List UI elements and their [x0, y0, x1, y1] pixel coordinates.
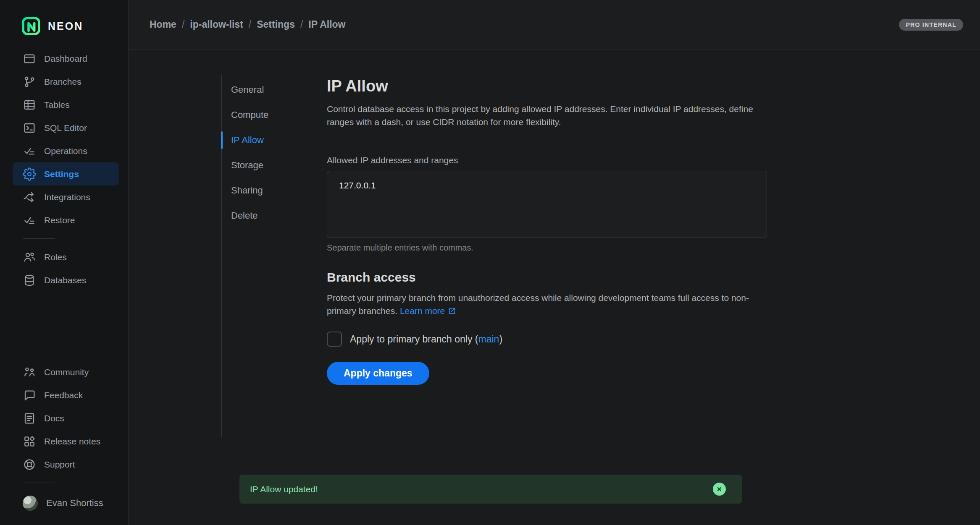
- ip-field-label: Allowed IP addresses and ranges: [327, 155, 767, 165]
- sidebar-item-restore[interactable]: Restore: [13, 209, 119, 232]
- main-area: Home/ip-allow-list/Settings/IP Allow PRO…: [129, 0, 980, 525]
- integrations-icon: [23, 191, 36, 204]
- neon-logo-icon: [21, 16, 41, 36]
- sidebar-item-label: Tables: [44, 100, 70, 110]
- checkbox-label-prefix: Apply to primary branch only (: [350, 334, 478, 345]
- page-title: IP Allow: [327, 76, 767, 96]
- sidebar-item-community[interactable]: Community: [13, 360, 119, 384]
- breadcrumb-item-settings[interactable]: Settings: [257, 19, 295, 30]
- release-notes-icon: [23, 435, 36, 448]
- sidebar-item-label: SQL Editor: [44, 123, 87, 133]
- restore-icon: [23, 214, 36, 227]
- feedback-icon: [23, 389, 36, 402]
- sidebar-nav-secondary: RolesDatabases: [0, 246, 128, 292]
- sidebar-item-label: Release notes: [44, 436, 100, 447]
- brand-logo[interactable]: NEON: [0, 12, 128, 47]
- checkbox-label-suffix: ): [499, 334, 502, 345]
- breadcrumb-item-ip-allow[interactable]: IP Allow: [308, 19, 345, 30]
- sql-editor-icon: [23, 121, 36, 135]
- sidebar-item-label: Restore: [44, 215, 75, 225]
- sidebar: NEON DashboardBranchesTablesSQL EditorOp…: [0, 0, 129, 525]
- avatar: [23, 496, 38, 511]
- sidebar-item-sql-editor[interactable]: SQL Editor: [13, 116, 119, 139]
- sidebar-item-label: Dashboard: [44, 54, 87, 64]
- sidebar-item-branches[interactable]: Branches: [13, 70, 119, 93]
- sidebar-item-label: Roles: [44, 252, 67, 262]
- sidebar-item-label: Integrations: [44, 192, 90, 202]
- breadcrumb-separator: /: [300, 19, 303, 30]
- sidebar-item-roles[interactable]: Roles: [13, 246, 119, 269]
- branch-access-title: Branch access: [327, 270, 767, 285]
- subnav-item-compute[interactable]: Compute: [221, 102, 327, 128]
- sidebar-item-operations[interactable]: Operations: [13, 139, 119, 162]
- sidebar-item-label: Support: [44, 460, 75, 470]
- app-root: NEON DashboardBranchesTablesSQL EditorOp…: [0, 0, 980, 525]
- sidebar-item-feedback[interactable]: Feedback: [13, 384, 119, 407]
- user-name: Evan Shortiss: [46, 498, 103, 509]
- gear-icon: [23, 167, 36, 181]
- docs-icon: [23, 412, 36, 425]
- operations-icon: [23, 144, 36, 158]
- sidebar-nav-primary: DashboardBranchesTablesSQL EditorOperati…: [0, 47, 128, 232]
- branch-access-description: Protect your primary branch from unautho…: [327, 291, 767, 317]
- tables-icon: [23, 98, 36, 112]
- sidebar-item-label: Community: [44, 367, 89, 377]
- sidebar-item-label: Branches: [44, 77, 81, 87]
- main-branch-link[interactable]: main: [478, 334, 499, 345]
- settings-content: GeneralComputeIP AllowStorageSharingDele…: [129, 50, 980, 525]
- external-link-icon: [447, 306, 457, 316]
- sidebar-nav-tertiary: CommunityFeedbackDocsRelease notesSuppor…: [0, 360, 128, 476]
- databases-icon: [23, 274, 36, 287]
- user-menu[interactable]: Evan Shortiss: [0, 496, 128, 511]
- settings-subnav: GeneralComputeIP AllowStorageSharingDele…: [221, 76, 327, 525]
- sidebar-item-label: Settings: [44, 169, 79, 179]
- roles-icon: [23, 251, 36, 264]
- learn-more-label: Learn more: [400, 306, 445, 316]
- sidebar-item-label: Docs: [44, 413, 64, 423]
- sidebar-item-label: Databases: [44, 275, 86, 285]
- subnav-item-general[interactable]: General: [221, 77, 327, 102]
- plan-badge: PRO INTERNAL: [899, 19, 963, 31]
- subnav-item-storage[interactable]: Storage: [221, 153, 327, 178]
- sidebar-item-dashboard[interactable]: Dashboard: [13, 47, 119, 70]
- ip-addresses-textarea[interactable]: 127.0.0.1: [327, 171, 767, 238]
- sidebar-divider-bottom: [23, 483, 55, 483]
- sidebar-item-integrations[interactable]: Integrations: [13, 185, 119, 209]
- sidebar-item-support[interactable]: Support: [13, 453, 119, 476]
- breadcrumb-separator: /: [249, 19, 251, 30]
- branches-icon: [23, 75, 36, 89]
- ip-field-help: Separate multiple entries with commas.: [327, 243, 767, 253]
- apply-changes-button[interactable]: Apply changes: [327, 362, 429, 385]
- sidebar-item-label: Operations: [44, 146, 87, 156]
- learn-more-link[interactable]: Learn more: [400, 306, 457, 316]
- breadcrumb-item-ip-allow-list[interactable]: ip-allow-list: [190, 19, 243, 30]
- subnav-item-ip-allow[interactable]: IP Allow: [221, 128, 327, 153]
- primary-branch-row: Apply to primary branch only (main): [327, 332, 767, 347]
- primary-branch-label: Apply to primary branch only (main): [350, 334, 502, 345]
- breadcrumb-separator: /: [182, 19, 184, 30]
- sidebar-divider: [23, 238, 55, 239]
- sidebar-item-settings[interactable]: Settings: [13, 162, 119, 185]
- subnav-item-sharing[interactable]: Sharing: [221, 178, 327, 203]
- support-icon: [23, 458, 36, 471]
- dashboard-icon: [23, 52, 36, 65]
- toast-close-button[interactable]: [713, 483, 726, 496]
- breadcrumb: Home/ip-allow-list/Settings/IP Allow: [150, 19, 346, 30]
- page-description: Control database access in this project …: [327, 102, 767, 128]
- ip-allow-panel: IP Allow Control database access in this…: [327, 76, 767, 525]
- subnav-item-delete[interactable]: Delete: [221, 203, 327, 228]
- breadcrumb-item-home[interactable]: Home: [150, 19, 176, 30]
- branch-access-text: Protect your primary branch from unautho…: [327, 293, 749, 316]
- toast-message: IP Allow updated!: [250, 484, 318, 494]
- community-icon: [23, 366, 36, 379]
- topbar: Home/ip-allow-list/Settings/IP Allow PRO…: [129, 0, 980, 50]
- sidebar-item-docs[interactable]: Docs: [13, 407, 119, 430]
- success-toast: IP Allow updated!: [239, 475, 742, 504]
- sidebar-item-databases[interactable]: Databases: [13, 269, 119, 292]
- close-icon: [716, 486, 723, 493]
- sidebar-item-label: Feedback: [44, 390, 83, 400]
- sidebar-item-release-notes[interactable]: Release notes: [13, 430, 119, 453]
- brand-wordmark: NEON: [48, 20, 83, 32]
- sidebar-item-tables[interactable]: Tables: [13, 93, 119, 116]
- primary-branch-checkbox[interactable]: [327, 332, 342, 347]
